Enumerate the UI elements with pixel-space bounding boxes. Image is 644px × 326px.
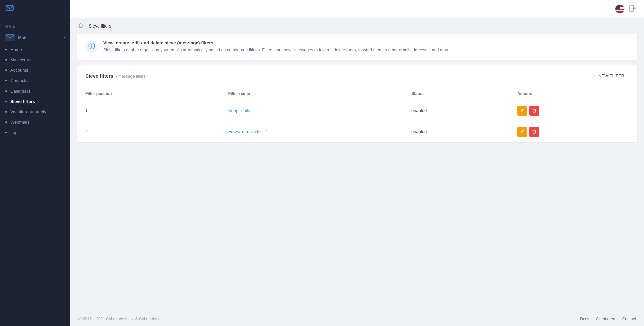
nav-dot-active <box>5 101 7 102</box>
sidebar-item-vacation-autoreply[interactable]: Vacation autoreply <box>0 107 70 117</box>
sidebar-item-calendars-label: Calendars <box>10 89 30 94</box>
actions-cell-2 <box>517 127 629 137</box>
filters-table: Filter position Filter name Status Actio… <box>77 87 637 142</box>
filter-name-link-1[interactable]: Keep mails <box>228 108 250 113</box>
breadcrumb: › Sieve filters <box>70 18 644 34</box>
sidebar-item-home-label: Home <box>10 47 22 52</box>
mail-section-label: MAIL <box>0 18 70 30</box>
home-icon <box>78 23 83 29</box>
topbar <box>70 0 644 18</box>
mail-icon <box>5 5 14 13</box>
info-description: Sieve filters enable organizing your ema… <box>103 47 451 53</box>
status-badge-1: enabled <box>411 108 427 113</box>
sidebar-item-sieve-filters[interactable]: Sieve filters <box>0 96 70 107</box>
sidebar-item-contacts-label: Contacts <box>10 78 28 83</box>
nav-dot <box>5 121 7 123</box>
footer-link-docs[interactable]: Docs <box>580 317 589 321</box>
filter-position-1: 1 <box>77 100 220 121</box>
sidebar-item-my-account-label: My account <box>10 57 33 62</box>
page-content: › Sieve filters View, create, edit and d… <box>70 18 644 326</box>
table-row: 2 Forward mails to T2 enabled <box>77 121 637 142</box>
table-row: 1 Keep mails enabled <box>77 100 637 121</box>
col-actions: Actions <box>509 87 637 100</box>
col-status: Status <box>403 87 509 100</box>
filter-position-2: 2 <box>77 121 220 142</box>
sidebar-item-webmails-label: Webmails <box>10 120 30 125</box>
info-banner: View, create, edit and delete sieve (mes… <box>77 34 637 60</box>
sidebar-item-contacts[interactable]: Contacts <box>0 75 70 86</box>
sidebar-item-log[interactable]: Log <box>0 127 70 138</box>
filter-status-1: enabled <box>403 100 509 121</box>
filter-name-1: Keep mails <box>220 100 403 121</box>
edit-button-2[interactable] <box>517 127 527 137</box>
footer-copyright: © 2015 – 2021 Cyberlabs s.r.o. & Cyberla… <box>78 317 165 321</box>
sidebar-item-accounts[interactable]: Accounts <box>0 65 70 75</box>
sieve-section-subtitle: / message filters <box>116 74 145 79</box>
nav-dot <box>5 49 7 50</box>
main-content: › Sieve filters View, create, edit and d… <box>70 0 644 326</box>
filter-actions-1 <box>509 100 637 121</box>
plus-icon: + <box>594 73 597 79</box>
sieve-filters-section: Sieve filters / message filters + NEW FI… <box>77 65 637 142</box>
content-spacer <box>70 149 644 312</box>
info-icon-wrap <box>85 40 98 53</box>
actions-cell-1 <box>517 106 629 116</box>
svg-point-9 <box>91 44 92 45</box>
sidebar: ≡ MAIL Mail ▾ Home My account Accounts C… <box>0 0 70 326</box>
table-header-row: Filter position Filter name Status Actio… <box>77 87 637 100</box>
footer: © 2015 – 2021 Cyberlabs s.r.o. & Cyberla… <box>70 312 644 326</box>
sidebar-item-sieve-filters-label: Sieve filters <box>10 99 35 104</box>
delete-button-1[interactable] <box>529 106 539 116</box>
table-body: 1 Keep mails enabled <box>77 100 637 142</box>
hamburger-icon[interactable]: ≡ <box>62 6 65 12</box>
footer-link-contact[interactable]: Contact <box>622 317 636 321</box>
sieve-section-title: Sieve filters <box>85 73 113 79</box>
breadcrumb-current: Sieve filters <box>89 23 111 29</box>
svg-rect-6 <box>79 25 82 28</box>
status-badge-2: enabled <box>411 129 427 134</box>
sidebar-item-vacation-autoreply-label: Vacation autoreply <box>10 109 46 114</box>
breadcrumb-separator: › <box>85 23 87 29</box>
sidebar-item-accounts-label: Accounts <box>10 68 28 73</box>
sieve-header: Sieve filters / message filters + NEW FI… <box>77 65 637 87</box>
nav-dot <box>5 69 7 71</box>
col-name: Filter name <box>220 87 403 100</box>
footer-links: Docs Client area Contact <box>580 317 636 321</box>
nav-dot <box>5 80 7 82</box>
filter-status-2: enabled <box>403 121 509 142</box>
nav-dot <box>5 132 7 133</box>
delete-button-2[interactable] <box>529 127 539 137</box>
sidebar-item-home[interactable]: Home <box>0 44 70 55</box>
footer-link-client-area[interactable]: Client area <box>596 317 615 321</box>
sidebar-item-calendars[interactable]: Calendars <box>0 86 70 96</box>
sidebar-item-log-label: Log <box>10 130 18 135</box>
sidebar-item-mail[interactable]: Mail ▾ <box>0 30 70 44</box>
sidebar-nav-list: Home My account Accounts Contacts Calend… <box>0 44 70 138</box>
nav-dot <box>5 111 7 113</box>
filter-actions-2 <box>509 121 637 142</box>
sidebar-header: ≡ <box>0 0 70 18</box>
new-filter-label: NEW FILTER <box>598 74 624 78</box>
sidebar-mail-label: Mail <box>18 35 26 40</box>
language-flag[interactable] <box>615 4 625 14</box>
logout-icon[interactable] <box>629 5 636 13</box>
new-filter-button[interactable]: + NEW FILTER <box>589 71 629 82</box>
filter-name-2: Forward mails to T2 <box>220 121 403 142</box>
flag-canton <box>615 5 620 9</box>
edit-button-1[interactable] <box>517 106 527 116</box>
filter-name-link-2[interactable]: Forward mails to T2 <box>228 129 267 134</box>
sidebar-item-webmails[interactable]: Webmails <box>0 117 70 127</box>
col-position: Filter position <box>77 87 220 100</box>
chevron-down-icon: ▾ <box>63 36 65 39</box>
info-text: View, create, edit and delete sieve (mes… <box>103 40 451 53</box>
sieve-title-group: Sieve filters / message filters <box>85 73 146 79</box>
info-circle-icon <box>88 42 95 51</box>
info-title: View, create, edit and delete sieve (mes… <box>103 40 451 45</box>
sidebar-item-my-account[interactable]: My account <box>0 55 70 65</box>
nav-dot <box>5 90 7 92</box>
nav-dot <box>5 59 7 61</box>
